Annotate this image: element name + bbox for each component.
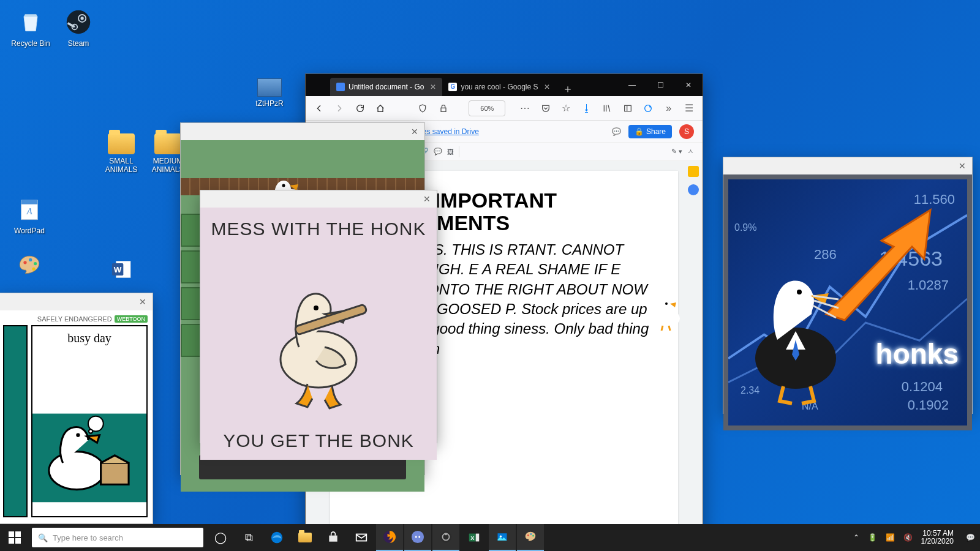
mail-icon[interactable] — [348, 524, 375, 551]
svg-rect-35 — [15, 531, 21, 537]
image-window-comic[interactable]: ✕ SAFELY ENDANGERED WEBTOON busy day — [0, 293, 153, 524]
reload-button[interactable] — [353, 100, 368, 117]
svg-rect-36 — [9, 538, 14, 544]
svg-rect-34 — [9, 531, 14, 537]
svg-point-8 — [29, 258, 32, 261]
system-tray: ⌃ 🔋 📶 🔇 10:57 AM 1/20/2020 💬 — [848, 530, 980, 545]
taskbar-search[interactable]: 🔍 Type here to search — [32, 528, 203, 547]
cortana-icon[interactable]: ◯ — [207, 524, 234, 551]
insert-image-button[interactable]: 🖼 — [447, 148, 454, 156]
forward-button[interactable] — [333, 100, 347, 117]
ticker-value: 0.1204 — [902, 379, 943, 395]
excel-icon[interactable]: X — [461, 524, 488, 551]
insert-comment-button[interactable]: 💬 — [434, 148, 442, 156]
browser-tab-google[interactable]: G you are cool - Google S ✕ — [442, 78, 556, 96]
sidebar-icon[interactable] — [620, 100, 635, 117]
paint-taskbar-icon[interactable] — [517, 524, 544, 551]
icon-label: Steam — [54, 39, 103, 48]
svg-rect-14 — [441, 108, 446, 111]
bookmark-star-icon[interactable]: ☆ — [559, 100, 573, 117]
tab-close-icon[interactable]: ✕ — [544, 83, 550, 91]
window-titlebar[interactable]: ✕ — [181, 123, 424, 140]
containers-icon[interactable] — [641, 100, 655, 117]
svg-point-20 — [665, 302, 668, 305]
photos-icon[interactable] — [489, 524, 516, 551]
browser-toolbar: 60% ⋯ ☆ ⭳ » ☰ — [306, 96, 703, 121]
tab-label: Untitled document - Go — [349, 83, 424, 91]
taskbar-clock[interactable]: 10:57 AM 1/20/2020 — [921, 530, 957, 545]
icon-label: tZtHPzR — [245, 99, 294, 108]
tab-close-icon[interactable]: ✕ — [430, 83, 436, 91]
lock-icon[interactable] — [436, 100, 451, 117]
close-icon[interactable]: ✕ — [956, 160, 968, 172]
share-button[interactable]: 🔒 Share — [628, 125, 672, 138]
chevron-up-icon[interactable]: ㅅ — [687, 147, 694, 156]
back-button[interactable] — [312, 100, 326, 117]
discord-icon[interactable] — [404, 524, 431, 551]
browser-tab-docs[interactable]: Untitled document - Go ✕ — [330, 78, 442, 96]
image-window-honk[interactable]: ✕ MESS WITH THE HONK YOU GET THE BONK — [200, 190, 437, 443]
svg-rect-50 — [476, 534, 480, 542]
desktop-icon-folder-small-animals[interactable]: SMALL ANIMALS — [97, 130, 146, 174]
close-button[interactable]: ✕ — [674, 74, 703, 96]
svg-text:X: X — [470, 535, 475, 541]
recycle-bin-icon — [16, 7, 45, 37]
window-titlebar[interactable]: ✕ — [200, 190, 437, 208]
library-icon[interactable] — [600, 100, 614, 117]
edge-icon[interactable] — [263, 524, 290, 551]
desktop-icon-word[interactable]: W — [97, 255, 146, 287]
desktop-icon-recycle-bin[interactable]: Recycle Bin — [6, 7, 55, 48]
start-button[interactable] — [0, 524, 29, 551]
notifications-icon[interactable]: 💬 — [966, 533, 975, 542]
pocket-icon[interactable] — [538, 100, 553, 117]
comment-icon[interactable]: 💬 — [612, 127, 621, 136]
svg-point-27 — [797, 290, 802, 294]
svg-point-29 — [49, 451, 105, 489]
desktop-icon-paint[interactable] — [5, 251, 54, 283]
image-file-icon — [257, 78, 282, 97]
wifi-icon[interactable]: 📶 — [886, 533, 895, 542]
desktop-goose-sprite[interactable] — [650, 289, 687, 334]
search-icon: 🔍 — [38, 533, 48, 542]
window-titlebar[interactable]: ✕ — [723, 157, 972, 174]
meatball-menu-icon[interactable]: ⋯ — [518, 100, 532, 117]
zoom-indicator[interactable]: 60% — [469, 100, 505, 116]
desktop-icon-steam[interactable]: Steam — [54, 7, 103, 48]
obs-icon[interactable] — [432, 524, 459, 551]
svg-point-32 — [89, 429, 92, 433]
icon-label: Recycle Bin — [6, 39, 55, 48]
image-content: MESS WITH THE HONK YOU GET THE BONK — [200, 208, 437, 460]
editing-mode-button[interactable]: ✎ ▾ — [671, 148, 682, 156]
close-icon[interactable]: ✕ — [137, 296, 149, 308]
battery-icon[interactable]: 🔋 — [868, 533, 877, 542]
meme-text-top: MESS WITH THE HONK — [211, 219, 426, 239]
home-button[interactable] — [374, 100, 388, 117]
minimize-button[interactable]: — — [618, 74, 646, 96]
store-icon[interactable] — [320, 524, 347, 551]
close-icon[interactable]: ✕ — [409, 126, 421, 138]
window-titlebar[interactable]: ✕ — [0, 293, 153, 310]
firefox-icon[interactable] — [376, 524, 403, 551]
keep-icon[interactable] — [688, 166, 699, 177]
task-view-icon[interactable]: ⧉ — [235, 524, 262, 551]
docs-side-panel — [688, 166, 699, 195]
image-window-stonks[interactable]: ✕ 11.560 1.4563 1.0287 0.1204 0.1902 286… — [723, 157, 973, 414]
shield-icon[interactable] — [415, 100, 430, 117]
svg-point-45 — [440, 531, 451, 542]
docs-favicon-icon — [336, 83, 345, 91]
new-tab-button[interactable]: ＋ — [556, 81, 579, 96]
file-explorer-icon[interactable] — [292, 524, 318, 551]
account-avatar[interactable]: S — [679, 124, 694, 139]
overflow-icon[interactable]: » — [662, 100, 676, 117]
svg-rect-15 — [624, 105, 631, 111]
tab-label: you are cool - Google S — [461, 83, 538, 91]
close-icon[interactable]: ✕ — [421, 193, 433, 205]
desktop-icon-wordpad[interactable]: A WordPad — [5, 195, 54, 235]
maximize-button[interactable]: ☐ — [646, 74, 674, 96]
tray-overflow-icon[interactable]: ⌃ — [853, 533, 859, 542]
hamburger-menu-icon[interactable]: ☰ — [682, 100, 696, 117]
desktop-icon-image-file[interactable]: tZtHPzR — [245, 78, 294, 108]
tasks-icon[interactable] — [688, 184, 699, 195]
volume-icon[interactable]: 🔇 — [903, 533, 913, 542]
downloads-icon[interactable]: ⭳ — [579, 100, 594, 117]
